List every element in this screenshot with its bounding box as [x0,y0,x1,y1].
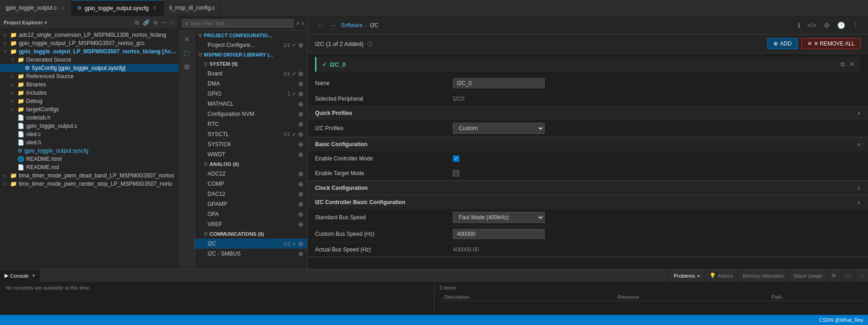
add-icon[interactable]: ⊕ [298,180,304,188]
add-icon[interactable]: ⊕ [298,80,304,87]
tab-memory-allocation[interactable]: Memory Allocation [738,269,789,282]
add-icon[interactable]: ⊕ [298,250,304,257]
tree-item-target-configs[interactable]: ▷ 📁 targetConfigs [0,105,179,114]
item-comp[interactable]: COMP ⊕ [195,179,307,189]
info-icon[interactable]: ℹ [796,21,802,30]
tab-problems[interactable]: Problems × [669,269,705,282]
code-icon[interactable]: </> [806,21,818,30]
item-dma[interactable]: DMA ⊕ [195,79,307,89]
delete-instance-icon[interactable]: ✕ [848,60,855,69]
item-sysctl[interactable]: SYSCTL 1/1 ✓ ⊕ [195,129,307,139]
tree-item-referenced[interactable]: ▷ 📁 Referenced Source [0,72,179,80]
collapse-icon[interactable]: ⊞ [134,18,140,27]
add-icon[interactable]: ⊕ [298,170,304,177]
item-dac12[interactable]: DAC12 ⊕ [195,189,307,199]
tab-gpio-c[interactable]: gpio_toggle_output.c × [0,0,72,16]
tab-stack-usage[interactable]: Stack Usage [789,269,827,282]
tree-item-gpio-gcc[interactable]: ▷ 📁 gpio_toggle_output_LP_MSPM0G3507_nor… [0,39,179,47]
tab-console[interactable]: ▶ Console × [0,269,40,282]
breadcrumb-forward-icon[interactable]: → [328,21,338,30]
section-communications[interactable]: ▽ COMMUNICATIONS (6) [195,229,307,239]
item-config-nvm[interactable]: Configuration NVM ⊕ [195,109,307,119]
item-systick[interactable]: SYSTICK ⊕ [195,139,307,149]
collapse-all-icon[interactable]: « [301,20,304,27]
add-icon[interactable]: ⊕ [298,200,304,208]
tree-item-includes[interactable]: ▷ 📁 Includes [0,89,179,97]
add-icon[interactable]: ⊕ [298,120,304,128]
item-wwdt[interactable]: WWDT ⊕ [195,149,307,160]
nav-board-icon[interactable]: ⬚ [182,47,192,58]
tree-item-gpio-ticlang[interactable]: ▽ 📁 gpio_toggle_output_LP_MSPM0G3507_nor… [0,47,179,56]
tree-item-syscfg[interactable]: ⚙ SysConfig [gpio_toggle_output.syscfg] [0,64,179,72]
item-gpamp[interactable]: GPAMP ⊕ [195,199,307,209]
section-mspm0[interactable]: ▽ MSPM0 DRIVER LIBRARY (... [195,50,307,59]
remove-all-button[interactable]: ✕ ✕ REMOVE ALL [801,38,861,49]
tree-item-tima[interactable]: ▷ 📁 tima_timer_mode_pwm_dead_band_LP_MSP… [0,171,179,180]
item-i2c[interactable]: I2C 1/2 ✓ ⊕ [195,239,307,249]
add-icon[interactable]: ⊕ [298,211,304,218]
add-icon[interactable]: ⊕ [298,41,304,49]
tab-ti-config[interactable]: ti_msp_dl_config.c [164,0,221,16]
section-item-project-configure[interactable]: Project Configure... 1/1 ✓ ⊕ [195,40,307,50]
history-icon[interactable]: 🕐 [835,21,847,30]
link-icon[interactable]: 🔗 [142,18,151,27]
tab-close-gpio-c[interactable]: × [59,5,66,11]
i2c-info-icon[interactable]: ⓘ [367,40,372,47]
standard-bus-speed-select[interactable]: Standard Mode (100kHz) Fast Mode (400kHz… [453,212,545,223]
add-icon[interactable]: ⊕ [298,70,304,77]
add-icon[interactable]: ⊕ [298,110,304,118]
tree-item-adc12[interactable]: ▷ 📁 adc12_single_conversion_LP_MSPM0L130… [0,31,179,39]
tree-item-oled-c[interactable]: 📄 oled.c [0,130,179,138]
item-board[interactable]: Board 1/1 ✓ ⊕ [195,68,307,79]
tree-item-timx[interactable]: ▷ 📁 timx_timer_mode_pwm_center_stop_LP_M… [0,180,179,188]
filter-input[interactable] [190,21,290,26]
i2c-profiles-select[interactable]: Custom Standard Mode (100kHz) Fast Mode … [453,123,545,134]
breadcrumb-software[interactable]: Software [341,22,362,29]
add-icon[interactable]: ⊕ [298,221,304,228]
tree-item-oled-h[interactable]: 📄 oled.h [0,138,179,147]
name-input[interactable] [453,78,545,88]
item-adc12[interactable]: ADC12 ⊕ [195,169,307,179]
maximize-bottom-icon[interactable]: □ [855,269,868,282]
tree-item-readme-md[interactable]: 📄 README.md [0,163,179,171]
item-opa[interactable]: OPA ⊕ [195,209,307,219]
item-mathacl[interactable]: MATHACL ⊕ [195,99,307,109]
add-icon[interactable]: ⊕ [298,90,304,97]
tree-item-codetab[interactable]: 📄 codetab.h [0,114,179,122]
tree-item-gpio-c[interactable]: 📄 gpio_toggle_output.c [0,122,179,130]
settings-icon[interactable]: ⚙ [822,21,832,30]
add-icon[interactable]: ⊕ [298,190,304,198]
add-icon[interactable]: ⊕ [298,141,304,148]
tree-item-debug[interactable]: ▷ 📁 Debug [0,97,179,105]
tab-advice[interactable]: 💡 Advice [705,269,738,282]
clock-config-header[interactable]: Clock Configuration ∨ [308,181,868,195]
quick-profiles-header[interactable]: Quick Profiles ∧ [308,106,868,120]
custom-bus-speed-input[interactable] [453,229,545,239]
breadcrumb-back-icon[interactable]: ← [315,21,325,30]
maximize-icon[interactable]: □ [170,18,175,27]
more-icon[interactable]: ⋮ [851,21,861,30]
minimize-bottom-icon[interactable]: — [840,269,855,282]
minimize-icon[interactable]: — [161,18,168,27]
item-gpio[interactable]: GPIO 1 ✓ ⊕ [195,89,307,99]
controller-mode-checkbox[interactable]: ✓ [453,155,459,162]
filter-icon[interactable]: ⊛ [152,18,159,27]
add-icon[interactable]: ⊕ [298,240,304,247]
item-i2c-smbus[interactable]: I2C - SMBUS ⊕ [195,249,307,259]
tab-syscfg[interactable]: ⚙ gpio_toggle_output.syscfg × [72,0,163,16]
tree-item-syscfg-file[interactable]: ⚙ gpio_toggle_output.syscfg [0,147,179,155]
problems-close-icon[interactable]: × [697,273,700,279]
console-close-icon[interactable]: × [32,273,35,278]
add-icon[interactable]: ⊕ [298,131,304,138]
filter-right-icon[interactable]: ⊛ [827,269,840,282]
add-button[interactable]: ⊕ ADD [767,38,797,49]
copy-instance-icon[interactable]: ⧉ [840,60,845,69]
section-project-config[interactable]: ▽ PROJECT CONFIGURATIO... [195,31,307,40]
nav-menu-icon[interactable]: ≡ [183,34,190,45]
item-rtc[interactable]: RTC ⊕ [195,119,307,129]
basic-config-header[interactable]: Basic Configuration ∧ [308,137,868,151]
tab-close-syscfg[interactable]: × [152,5,158,11]
item-vref[interactable]: VREF ⊕ [195,219,307,229]
target-mode-checkbox[interactable] [453,170,459,177]
add-icon[interactable]: ⊕ [298,100,304,108]
